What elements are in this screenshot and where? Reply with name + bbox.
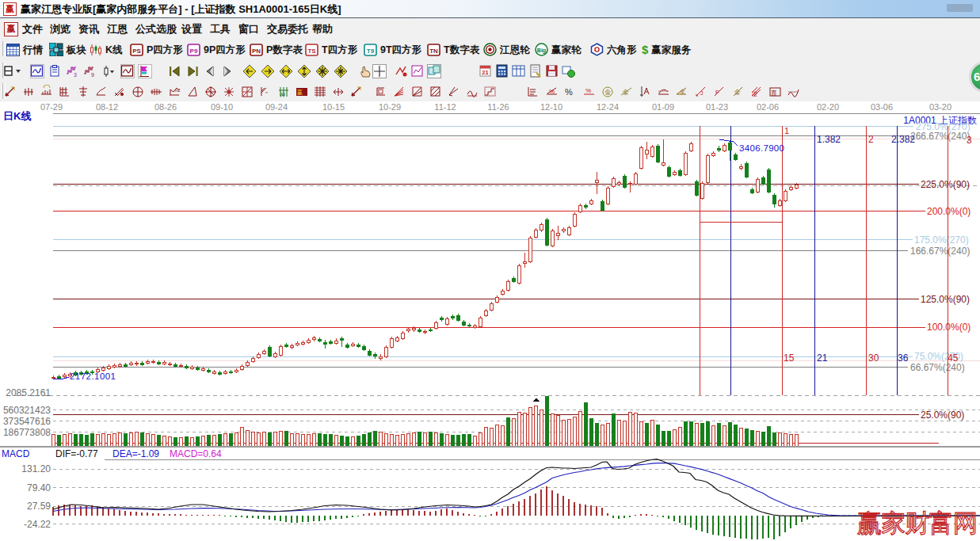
svg-text:09-10: 09-10 [211, 102, 233, 112]
svg-text:08-12: 08-12 [96, 102, 118, 112]
svg-text:金: 金 [622, 89, 629, 96]
svg-text:神: 神 [280, 92, 285, 97]
svg-text:日K线: 日K线 [3, 110, 31, 122]
svg-text:01-09: 01-09 [652, 102, 674, 112]
svg-text:Big: Big [537, 48, 546, 54]
svg-text:10-15: 10-15 [322, 102, 345, 112]
svg-text:27.59: 27.59 [27, 501, 51, 512]
svg-text:3: 3 [74, 72, 77, 78]
svg-text:266.67%(240): 266.67%(240) [910, 131, 970, 142]
svg-text:11-26: 11-26 [487, 102, 509, 112]
svg-text:金: 金 [604, 89, 612, 96]
svg-text:%: % [549, 88, 555, 95]
svg-text:-24.22: -24.22 [24, 519, 51, 530]
svg-text:166.67%(240): 166.67%(240) [910, 246, 970, 257]
svg-text:225.0%(90): 225.0%(90) [921, 179, 970, 190]
svg-text:08-26: 08-26 [154, 102, 177, 112]
svg-text:21: 21 [482, 69, 488, 76]
svg-text:金: 金 [734, 89, 741, 96]
svg-text:1.382: 1.382 [817, 134, 841, 145]
svg-text:PN: PN [252, 47, 261, 54]
svg-text:": " [265, 90, 268, 97]
svg-text:10-29: 10-29 [379, 102, 401, 112]
svg-text:3: 3 [967, 135, 972, 146]
svg-text:79.40: 79.40 [27, 482, 51, 493]
svg-text:01-23: 01-23 [706, 102, 728, 112]
svg-text:9: 9 [91, 72, 94, 78]
svg-text:11-12: 11-12 [434, 102, 456, 112]
svg-text:%: % [565, 87, 573, 97]
svg-text:J: J [700, 90, 704, 96]
svg-text:09-24: 09-24 [265, 102, 288, 112]
svg-text:100.0%(0): 100.0%(0) [927, 322, 970, 333]
svg-text:PS: PS [132, 47, 141, 54]
svg-text:F: F [715, 89, 719, 96]
svg-text:36: 36 [898, 352, 909, 364]
svg-text:45: 45 [948, 352, 959, 364]
svg-text:n2: n2 [175, 88, 181, 93]
svg-text:21: 21 [817, 352, 828, 364]
svg-text:进: 进 [752, 91, 757, 97]
svg-text:DIF=-0.77: DIF=-0.77 [55, 448, 98, 459]
svg-text:1: 1 [784, 126, 789, 135]
svg-text:赢: 赢 [297, 90, 303, 96]
svg-text:赢家财富网: 赢家财富网 [857, 509, 978, 537]
svg-text:03-06: 03-06 [871, 102, 893, 112]
svg-text:560321423: 560321423 [3, 405, 51, 416]
svg-text:2: 2 [868, 134, 874, 145]
svg-text:175.0%(270): 175.0%(270) [914, 234, 969, 246]
svg-text:2.382: 2.382 [891, 134, 915, 145]
svg-text:2172.1001: 2172.1001 [70, 371, 116, 381]
svg-text:MACD: MACD [2, 448, 30, 459]
svg-text:15: 15 [784, 352, 795, 364]
svg-text:金: 金 [680, 89, 685, 94]
svg-text:TS: TS [307, 47, 316, 54]
svg-text:07-29: 07-29 [40, 102, 63, 112]
svg-text:TN: TN [429, 47, 438, 54]
svg-text:DEA=-1.09: DEA=-1.09 [112, 448, 159, 459]
svg-text:MACD=0.64: MACD=0.64 [170, 448, 222, 459]
svg-text:12-24: 12-24 [597, 102, 619, 112]
svg-text:125.0%(90): 125.0%(90) [921, 294, 970, 305]
svg-text:03-20: 03-20 [929, 102, 951, 112]
svg-text:T9: T9 [367, 47, 375, 54]
svg-text:2085.2161: 2085.2161 [6, 387, 51, 398]
svg-text:30: 30 [868, 352, 879, 364]
svg-text:02-20: 02-20 [817, 102, 839, 112]
svg-text:12-10: 12-10 [540, 102, 562, 112]
svg-text:200.0%(0): 200.0%(0) [927, 206, 970, 217]
svg-text:P9: P9 [190, 47, 198, 54]
svg-text:25.0%(90): 25.0%(90) [921, 410, 964, 421]
svg-text:3406.7900: 3406.7900 [739, 143, 784, 153]
svg-text:02-06: 02-06 [757, 102, 779, 112]
svg-text:373547616: 373547616 [3, 416, 51, 427]
svg-text:186773808: 186773808 [3, 427, 51, 438]
svg-text:131.20: 131.20 [21, 463, 51, 474]
svg-text:66.67%(240): 66.67%(240) [910, 362, 965, 373]
svg-text:%: % [585, 87, 591, 94]
svg-text:喜: 喜 [771, 90, 777, 97]
